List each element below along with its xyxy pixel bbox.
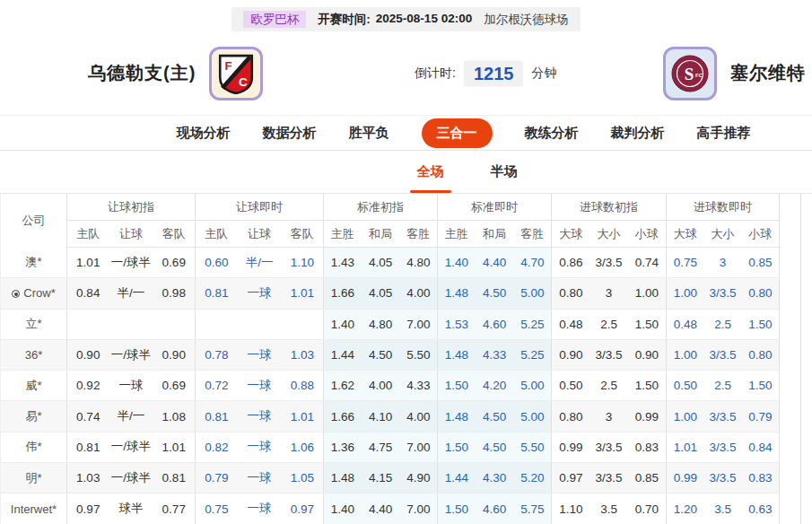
odds-cell: 3/3.5 (704, 339, 742, 370)
odds-row: 明*1.03一/球半0.810.79一球1.051.484.154.901.44… (1, 463, 812, 493)
svg-text:C: C (239, 74, 248, 88)
odds-row: Interwet*0.97球半0.770.75一球0.971.404.407.0… (1, 493, 812, 524)
sub-column-header: 小球 (628, 221, 667, 248)
odds-cell: 1.66 (324, 401, 362, 432)
sub-column-header: 大小 (590, 221, 628, 248)
tab-expert-picks[interactable]: 高手推荐 (697, 125, 751, 142)
group-header-1: 让球即时 (196, 194, 324, 221)
odds-cell: 1.36 (324, 432, 362, 462)
odds-cell: 0.75 (196, 493, 238, 524)
sub-column-header: 大球 (667, 221, 704, 248)
table-filler (801, 432, 812, 462)
table-filler (780, 194, 801, 248)
tab-coach-analysis[interactable]: 教练分析 (525, 125, 579, 142)
sub-column-header: 主胜 (324, 221, 362, 248)
tab-data-analysis[interactable]: 数据分析 (263, 125, 317, 142)
odds-cell: 0.83 (628, 432, 667, 462)
away-team-logo: S FC (663, 47, 717, 100)
odds-cell: 0.90 (628, 339, 667, 370)
odds-cell: 4.20 (476, 371, 514, 401)
odds-cell: 1.40 (324, 493, 362, 524)
odds-cell: 0.80 (742, 339, 780, 370)
odds-cell: 1.48 (324, 463, 362, 493)
tab-live-analysis[interactable]: 现场分析 (177, 125, 231, 142)
sub-header-row: 主队让球客队主队让球客队主胜和局客胜主胜和局客胜大球大小小球大球大小小球 (1, 221, 812, 248)
odds-cell: 7.00 (400, 432, 438, 462)
odds-cell: 0.92 (67, 371, 109, 401)
table-filler (801, 278, 812, 309)
subtab-full-match[interactable]: 全场 (417, 163, 444, 193)
odds-row: 立*1.404.807.001.534.605.250.482.51.500.4… (1, 309, 812, 339)
odds-cell: 4.40 (476, 248, 514, 278)
odds-cell: 1.00 (628, 278, 667, 309)
odds-cell: 7.00 (400, 493, 438, 524)
company-name: 立* (1, 309, 67, 339)
odds-cell: 1.50 (438, 432, 476, 462)
group-header-2: 标准初指 (324, 194, 438, 221)
countdown-value: 1215 (464, 60, 524, 86)
sub-column-header: 主队 (67, 221, 109, 248)
odds-cell: 一球 (238, 278, 282, 309)
odds-cell: 1.50 (438, 371, 476, 401)
odds-cell: 4.33 (476, 339, 514, 370)
countdown-label: 倒计时: (415, 66, 456, 82)
odds-cell: 4.15 (362, 463, 400, 493)
sub-column-header: 客胜 (400, 221, 438, 248)
odds-cell: 2.5 (590, 371, 628, 401)
odds-cell: 5.75 (514, 493, 552, 524)
company-name: 澳* (1, 248, 67, 278)
odds-cell: 1.00 (667, 339, 704, 370)
odds-cell: 3/3.5 (704, 278, 742, 309)
odds-cell: 一球 (238, 463, 282, 493)
odds-cell: 0.85 (628, 463, 667, 493)
odds-cell: 5.50 (514, 432, 552, 462)
odds-cell: 0.83 (742, 463, 780, 493)
table-filler (780, 278, 801, 309)
odds-cell: 4.60 (476, 493, 514, 524)
odds-cell: 4.50 (362, 339, 400, 370)
countdown: 倒计时: 1215 分钟 (415, 60, 556, 86)
odds-cell: 0.90 (153, 339, 196, 370)
table-filler (801, 194, 812, 248)
sub-column-header: 客队 (282, 221, 324, 248)
svg-text:F: F (225, 58, 232, 72)
odds-cell: 一球 (238, 401, 282, 432)
sub-column-header: 和局 (362, 221, 400, 248)
odds-cell: 1.01 (282, 278, 324, 309)
sub-column-header: 大小 (704, 221, 742, 248)
subtab-half-match[interactable]: 半场 (491, 163, 518, 193)
teams-header: 乌德勒支(主) F C 倒计时: 1215 分钟 S FC (0, 31, 812, 115)
table-filler (801, 339, 812, 370)
svg-text:FC: FC (695, 73, 703, 78)
odds-cell: 0.60 (196, 248, 238, 278)
odds-cell: 1.62 (324, 371, 362, 401)
odds-cell: 1.43 (324, 248, 362, 278)
odds-cell: 4.05 (362, 278, 400, 309)
table-filler (780, 401, 801, 432)
odds-cell: 5.25 (514, 309, 552, 339)
odds-cell: 1.05 (282, 463, 324, 493)
odds-cell: 一/球半 (109, 432, 153, 462)
odds-cell: 1.01 (282, 401, 324, 432)
odds-cell: 4.50 (476, 432, 514, 462)
odds-cell: 5.50 (400, 339, 438, 370)
odds-cell: 1.50 (742, 371, 780, 401)
odds-cell: 0.72 (196, 371, 238, 401)
tab-win-draw-lose[interactable]: 胜平负 (349, 125, 389, 142)
odds-row: 易*0.74半/一1.080.81一球1.011.664.104.001.484… (1, 401, 812, 432)
odds-row: 36*0.90一/球半0.900.78一球1.031.444.505.501.4… (1, 339, 812, 370)
tab-referee-analysis[interactable]: 裁判分析 (611, 125, 665, 142)
sub-column-header: 和局 (476, 221, 514, 248)
sub-column-header: 客胜 (514, 221, 552, 248)
sub-column-header: 主胜 (438, 221, 476, 248)
odds-cell: 4.70 (514, 248, 552, 278)
odds-cell: 一/球半 (109, 339, 153, 370)
odds-cell: 0.69 (153, 371, 196, 401)
tab-three-in-one[interactable]: 三合一 (422, 118, 493, 148)
odds-cell: 3.5 (590, 493, 628, 524)
odds-cell: 1.66 (324, 278, 362, 309)
odds-cell: 3/3.5 (704, 401, 742, 432)
odds-cell: 0.70 (628, 493, 667, 524)
odds-cell: 0.99 (552, 432, 590, 462)
kickoff-time: 开赛时间: 2025-08-15 02:00 (318, 12, 472, 28)
